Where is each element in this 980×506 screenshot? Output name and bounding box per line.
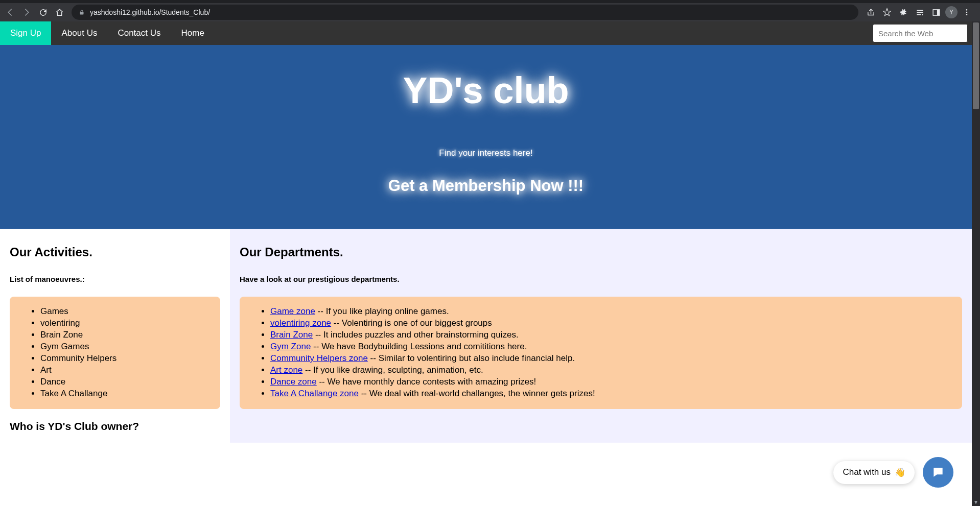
list-item: Community Helpers — [40, 353, 211, 365]
signup-button[interactable]: Sign Up — [0, 21, 51, 45]
list-item: Brain Zone — [40, 329, 211, 341]
extensions-icon[interactable] — [896, 5, 911, 19]
chat-fab[interactable] — [923, 457, 953, 488]
chat-label[interactable]: Chat with us 👋 — [833, 461, 915, 484]
hero-title: YD's club — [0, 69, 972, 111]
browser-toolbar: yashdoshi12.github.io/Students_Club/ Y — [0, 3, 980, 21]
activities-box: GamesvolentiringBrain ZoneGym GamesCommu… — [10, 297, 220, 409]
lock-icon — [79, 9, 85, 16]
search-input[interactable] — [873, 24, 968, 42]
svg-rect-0 — [80, 12, 84, 15]
scroll-down-icon[interactable]: ▼ — [972, 498, 980, 506]
scroll-thumb[interactable] — [973, 22, 979, 109]
list-item: volentiring zone -- Volentiring is one o… — [270, 318, 953, 329]
list-item: Take A Challange zone -- We deal with re… — [270, 388, 953, 400]
departments-heading: Our Departments. — [240, 245, 962, 259]
department-desc: -- If you like playing online games. — [315, 306, 449, 316]
contact-link[interactable]: Contact Us — [107, 21, 171, 45]
about-link[interactable]: About Us — [51, 21, 107, 45]
site-navbar: Sign Up About Us Contact Us Home — [0, 21, 972, 45]
department-desc: -- It includes puzzles and other brainst… — [313, 330, 519, 340]
department-link[interactable]: Brain Zone — [270, 330, 313, 340]
list-item: Games — [40, 306, 211, 318]
activities-sub: List of manoeuvres.: — [10, 275, 220, 283]
svg-point-3 — [966, 9, 968, 11]
hero-tagline: Find your interests here! — [0, 148, 972, 158]
departments-box: Game zone -- If you like playing online … — [240, 297, 962, 409]
department-desc: -- If you like drawing, sculpting, anima… — [302, 365, 483, 375]
list-item: volentiring — [40, 318, 211, 329]
menu-icon[interactable] — [960, 5, 974, 19]
reload-button[interactable] — [36, 5, 50, 19]
page-content: Sign Up About Us Contact Us Home YD's cl… — [0, 21, 980, 506]
list-item: Art zone -- If you like drawing, sculpti… — [270, 365, 953, 376]
list-item: Art — [40, 365, 211, 376]
wave-icon: 👋 — [895, 467, 905, 478]
department-link[interactable]: Gym Zone — [270, 342, 311, 351]
svg-rect-2 — [937, 9, 939, 15]
department-desc: -- We have Bodybuilding Lessions and com… — [311, 342, 527, 351]
home-button[interactable] — [52, 5, 66, 19]
forward-button[interactable] — [19, 5, 34, 19]
department-link[interactable]: Community Helpers zone — [270, 353, 368, 363]
chat-icon — [931, 466, 945, 479]
list-item: Dance — [40, 376, 211, 388]
list-item: Dance zone -- We have monthly dance cont… — [270, 376, 953, 388]
department-link[interactable]: volentiring zone — [270, 318, 331, 328]
departments-sub: Have a look at our prestigious departmen… — [240, 275, 962, 283]
departments-column: Our Departments. Have a look at our pres… — [230, 229, 972, 443]
svg-point-5 — [966, 14, 968, 15]
department-desc: -- We have monthly dance contests with a… — [317, 377, 536, 387]
owner-heading: Who is YD's Club owner? — [10, 420, 220, 432]
activities-heading: Our Activities. — [10, 245, 220, 259]
profile-avatar[interactable]: Y — [945, 6, 958, 18]
list-item: Gym Games — [40, 341, 211, 353]
reading-list-icon[interactable] — [913, 5, 927, 19]
url-text: yashdoshi12.github.io/Students_Club/ — [90, 8, 210, 16]
list-item: Gym Zone -- We have Bodybuilding Lession… — [270, 341, 953, 353]
scrollbar[interactable]: ▲ ▼ — [972, 21, 980, 506]
department-link[interactable]: Take A Challange zone — [270, 389, 359, 398]
share-icon[interactable] — [864, 5, 878, 19]
svg-point-4 — [966, 12, 968, 13]
department-desc: -- Similar to volentiring but also inclu… — [368, 353, 575, 363]
side-panel-icon[interactable] — [929, 5, 943, 19]
department-link[interactable]: Dance zone — [270, 377, 317, 387]
hero-cta: Get a Membership Now !!! — [0, 177, 972, 195]
address-bar[interactable]: yashdoshi12.github.io/Students_Club/ — [72, 5, 858, 20]
list-item: Game zone -- If you like playing online … — [270, 306, 953, 318]
list-item: Take A Challange — [40, 388, 211, 400]
chat-label-text: Chat with us — [843, 467, 891, 477]
department-desc: -- Volentiring is one of our biggest gro… — [331, 318, 492, 328]
chat-widget: Chat with us 👋 — [833, 457, 953, 488]
list-item: Brain Zone -- It includes puzzles and ot… — [270, 329, 953, 341]
list-item: Community Helpers zone -- Similar to vol… — [270, 353, 953, 365]
home-link[interactable]: Home — [171, 21, 215, 45]
bookmark-icon[interactable] — [880, 5, 894, 19]
department-link[interactable]: Art zone — [270, 365, 302, 375]
activities-column: Our Activities. List of manoeuvres.: Gam… — [0, 229, 230, 443]
back-button[interactable] — [3, 5, 17, 19]
department-link[interactable]: Game zone — [270, 306, 315, 316]
department-desc: -- We deal with real-world challanges, t… — [359, 389, 595, 398]
hero-banner: YD's club Find your interests here! Get … — [0, 45, 972, 229]
